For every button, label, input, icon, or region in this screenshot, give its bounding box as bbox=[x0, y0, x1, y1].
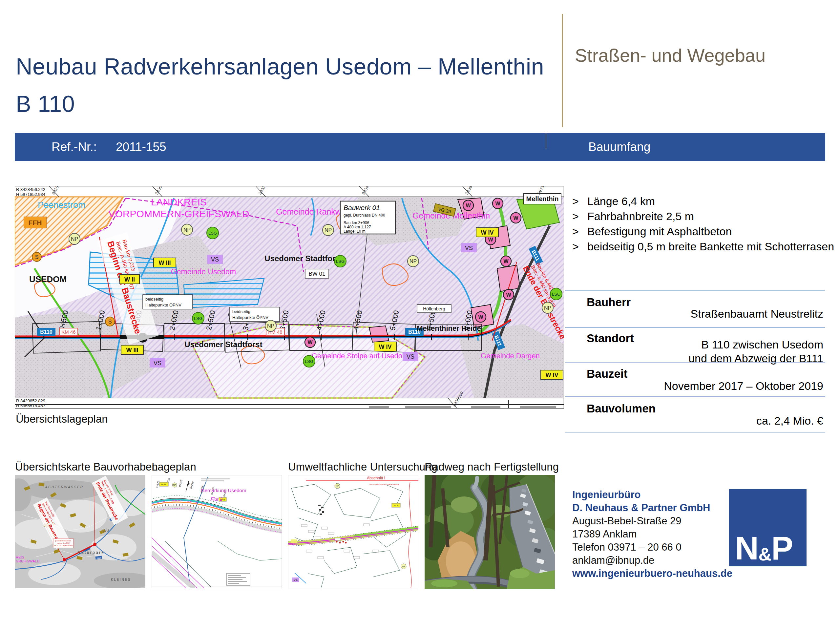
svg-text:LANDKREIS: LANDKREIS bbox=[151, 197, 207, 207]
svg-text:Peenestrom: Peenestrom bbox=[38, 200, 86, 210]
svg-text:Abschnitt I: Abschnitt I bbox=[367, 476, 385, 480]
svg-text:R 3428456.242: R 3428456.242 bbox=[16, 187, 45, 192]
svg-text:S: S bbox=[35, 254, 39, 260]
svg-text:NP: NP bbox=[173, 484, 176, 486]
svg-text:W: W bbox=[308, 339, 313, 345]
svg-text:FFH: FFH bbox=[28, 219, 42, 226]
title-line-1: Neubau Radverkehrsanlagen Usedom – Melle… bbox=[16, 48, 544, 85]
thumb-uebersichtskarte: B110 Beginn der Baustrecke Bau-km 0+000 … bbox=[15, 475, 145, 589]
svg-text:Usedomer Stadtforst: Usedomer Stadtforst bbox=[185, 340, 262, 349]
svg-text:W II: W II bbox=[124, 276, 135, 283]
company-block: Ingenieurbüro D. Neuhaus & Partner GmbH … bbox=[572, 488, 733, 580]
svg-text:VORPOMMERN-GREIFSWALD: VORPOMMERN-GREIFSWALD bbox=[109, 208, 249, 219]
detail-row-bauvolumen: Bauvolumen ca. 2,4 Mio. € bbox=[565, 396, 825, 433]
detail-row-standort: Standort B 110 zwischen Usedom und dem A… bbox=[565, 327, 825, 362]
svg-text:W III: W III bbox=[126, 347, 139, 354]
svg-text:NP: NP bbox=[336, 485, 339, 487]
detail-value: B 110 zwischen Usedom und dem Abzweig de… bbox=[688, 338, 823, 365]
logo-letter-p: P bbox=[771, 534, 793, 562]
company-city: 17389 Anklam bbox=[572, 527, 733, 541]
scope-list: >Länge 6,4 km >Fahrbahnbreite 2,5 m >Bef… bbox=[572, 195, 834, 255]
svg-text:NP: NP bbox=[267, 323, 274, 329]
svg-text:beidseitig: beidseitig bbox=[145, 297, 163, 302]
svg-text:NP: NP bbox=[325, 227, 332, 233]
svg-text:nahme des SBA: nahme des SBA bbox=[57, 542, 70, 544]
thumb2-title-block bbox=[226, 573, 250, 585]
svg-text:VS: VS bbox=[465, 245, 473, 251]
scope-item: >Fahrbahnbreite 2,5 m bbox=[572, 210, 834, 225]
company-email[interactable]: anklam@ibnup.de bbox=[572, 554, 733, 567]
thumb-caption-1: Übersichtskarte Bauvorhaben bbox=[15, 461, 158, 473]
svg-text:W IV: W IV bbox=[481, 229, 494, 236]
svg-text:B110: B110 bbox=[40, 329, 52, 335]
svg-text:Gemeinde Stolpe auf Usedom: Gemeinde Stolpe auf Usedom bbox=[312, 352, 409, 360]
svg-text:LSG: LSG bbox=[336, 259, 344, 264]
scope-item-text: Fahrbahnbreite 2,5 m bbox=[587, 210, 694, 223]
svg-text:gepl. Durchlass DN 400: gepl. Durchlass DN 400 bbox=[344, 213, 385, 218]
detail-label: Standort bbox=[587, 332, 634, 345]
svg-text:USEDOM: USEDOM bbox=[29, 274, 66, 284]
logo-letter-n: N bbox=[735, 534, 758, 562]
project-sheet: Neubau Radverkehrsanlagen Usedom – Melle… bbox=[0, 0, 840, 630]
svg-text:KM 46: KM 46 bbox=[62, 329, 76, 335]
company-website[interactable]: www.ingenieurbuero-neuhaus.de bbox=[572, 567, 733, 580]
bullet-chevron: > bbox=[572, 195, 587, 208]
company-name-1: Ingenieurbüro bbox=[572, 488, 733, 501]
map-mellenthin-box: Mellenthin bbox=[524, 194, 561, 204]
company-name-2: D. Neuhaus & Partner GmbH bbox=[572, 501, 733, 515]
detail-row-bauherr: Bauherr Straßenbauamt Neustrelitz bbox=[565, 291, 825, 327]
svg-text:beidseitig: beidseitig bbox=[232, 309, 250, 314]
svg-text:Mellenthin: Mellenthin bbox=[526, 195, 559, 202]
svg-text:REIS: REIS bbox=[16, 555, 24, 559]
svg-text:Gemarkung Usedom: Gemarkung Usedom bbox=[201, 488, 246, 493]
project-details: Bauherr Straßenbauamt Neustrelitz Stando… bbox=[565, 291, 825, 433]
svg-text:VS: VS bbox=[211, 256, 219, 263]
detail-value: November 2017 – Oktober 2019 bbox=[664, 379, 823, 393]
bullet-chevron: > bbox=[572, 225, 587, 238]
detail-value: ca. 2,4 Mio. € bbox=[756, 414, 823, 428]
bullet-chevron: > bbox=[572, 240, 587, 253]
svg-text:NP: NP bbox=[402, 565, 405, 568]
svg-text:NP: NP bbox=[71, 236, 78, 242]
thumb1-note-box: gesonderte Baumaß- nahme des SBA "KP B 1… bbox=[53, 539, 74, 548]
scope-item: >Länge 6,4 km bbox=[572, 195, 834, 210]
svg-text:N a t u r p a r k: N a t u r p a r k bbox=[77, 550, 104, 555]
svg-text:von Usedom bis KP Lieper Winke: von Usedom bis KP Lieper Winkel bbox=[369, 483, 399, 485]
logo-text: N&P bbox=[735, 534, 793, 562]
svg-text:Länge: 10 m: Länge: 10 m bbox=[344, 229, 366, 234]
overview-map: B111 B111 bbox=[15, 186, 564, 409]
detail-value: Straßenbauamt Neustrelitz bbox=[691, 307, 823, 321]
svg-text:S: S bbox=[108, 319, 112, 325]
logo-ampersand: & bbox=[758, 546, 771, 562]
svg-text:W: W bbox=[466, 203, 471, 208]
bauumfang-label: Bauumfang bbox=[588, 140, 651, 154]
map-caption: Übersichtslageplan bbox=[16, 413, 108, 425]
svg-text:A C H T E R W A S S E R: A C H T E R W A S S E R bbox=[45, 485, 83, 489]
svg-text:W III: W III bbox=[161, 483, 166, 486]
scope-item-text: Befestigung mit Asphaltbeton bbox=[587, 225, 732, 238]
thumb-caption-2: Lageplan bbox=[152, 461, 196, 473]
svg-text:W: W bbox=[503, 259, 508, 264]
svg-text:Flur 2: Flur 2 bbox=[211, 496, 223, 502]
svg-text:Haltepunkte ÖPNV: Haltepunkte ÖPNV bbox=[145, 303, 182, 308]
company-logo: N&P bbox=[729, 489, 807, 566]
reference-bar: Ref.-Nr.: 2011-155 Bauumfang bbox=[15, 133, 825, 161]
thumb-lageplan: 0+175 0+200 0+225 0+250 0+275 0+300 0+32… bbox=[152, 475, 282, 589]
svg-text:Bauwerk 01: Bauwerk 01 bbox=[344, 204, 380, 211]
svg-text:LSG: LSG bbox=[208, 231, 217, 235]
overview-map-svg: B111 B111 bbox=[15, 186, 564, 409]
svg-text:H 5966518.457: H 5966518.457 bbox=[16, 403, 45, 408]
scope-item: >Befestigung mit Asphaltbeton bbox=[572, 225, 834, 240]
svg-text:LSG: LSG bbox=[552, 292, 561, 297]
svg-text:W II: W II bbox=[394, 504, 398, 507]
svg-text:Usedomer Stadtforst: Usedomer Stadtforst bbox=[264, 254, 342, 263]
page-title: Neubau Radverkehrsanlagen Usedom – Melle… bbox=[16, 48, 544, 123]
svg-text:W IV: W IV bbox=[546, 372, 559, 378]
svg-text:VS: VS bbox=[294, 578, 298, 581]
svg-text:W: W bbox=[513, 215, 518, 221]
category-label: Straßen- und Wegebau bbox=[575, 45, 766, 66]
thumb-caption-3: Umweltfachliche Untersuchung bbox=[288, 461, 437, 473]
title-line-2: B 110 bbox=[16, 85, 544, 123]
svg-text:BW 01: BW 01 bbox=[308, 271, 325, 277]
category-divider-rule bbox=[562, 14, 563, 127]
